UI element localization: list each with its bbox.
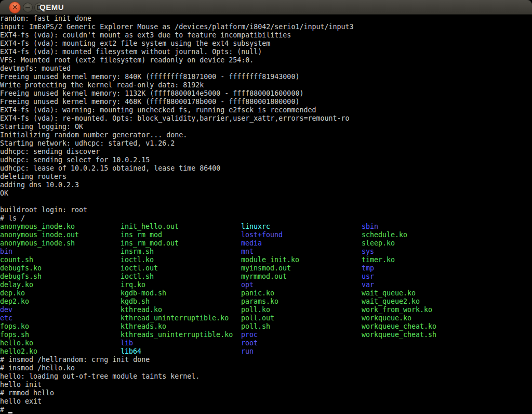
console-line: hello init	[0, 381, 532, 389]
console-line: # insmod /hellrandom: crng init done	[0, 356, 532, 364]
file-entry-exec: module_init.ko	[241, 256, 362, 264]
file-entry-exec: wait_queue2.ko	[362, 297, 420, 306]
file-entry-exec: ioctl.out	[121, 264, 241, 273]
console-line: Freeing unused kernel memory: 840K (ffff…	[0, 73, 532, 81]
file-entry-exec: params.ko	[241, 297, 362, 306]
console-line: adding dns 10.0.2.3	[0, 181, 532, 189]
ls-output-row: hello.kolibroot	[0, 339, 532, 347]
minimize-icon	[25, 7, 30, 8]
terminal-cursor	[8, 406, 12, 414]
window-title: QEMU	[39, 0, 64, 15]
console-line: EXT4-fs (vda): mounted filesystem withou…	[0, 48, 532, 56]
console-line: Freeing unused kernel memory: 1132K (fff…	[0, 89, 532, 98]
file-entry-exec: kthread.ko	[121, 306, 241, 314]
console-line: deleting routers	[0, 173, 532, 181]
console-line: buildroot login: root	[0, 206, 532, 214]
file-entry-exec: panic.ko	[241, 289, 362, 297]
ls-output-row: etckthread_uninterruptible.kopoll.outwor…	[0, 314, 532, 322]
console-line	[0, 198, 532, 206]
ls-output-row: fops.kokthreads.kopoll.shworkqueue_cheat…	[0, 322, 532, 331]
file-entry-dir: lost+found	[241, 231, 362, 239]
file-entry-exec: ins_rm_mod	[121, 231, 241, 239]
file-entry-dir: dev	[0, 306, 121, 314]
file-entry-exec: myinsmod.out	[241, 264, 362, 273]
file-entry-link: lib64	[121, 347, 241, 356]
file-entry-dir: sbin	[362, 223, 378, 231]
file-entry-dir: var	[362, 281, 374, 289]
file-entry-exec: anonymous_inode.ko	[0, 223, 121, 231]
file-entry-exec: anonymous_inode.sh	[0, 239, 121, 248]
file-entry-exec: ioctl.ko	[121, 256, 241, 264]
ls-output-row: delay.koirq.kooptvar	[0, 281, 532, 289]
terminal-screen[interactable]: random: fast init doneinput: ImExPS/2 Ge…	[0, 15, 532, 414]
file-entry-exec: fops.sh	[0, 331, 121, 339]
file-entry-dir: mnt	[241, 248, 362, 256]
file-entry-exec: debugfs.ko	[0, 264, 121, 273]
file-entry-dir: run	[241, 347, 254, 356]
file-entry-dir: usr	[362, 273, 374, 281]
console-line: udhcpc: lease of 10.0.2.15 obtained, lea…	[0, 164, 532, 173]
console-line: random: fast init done	[0, 15, 532, 23]
window-titlebar[interactable]: ✕ QEMU	[0, 0, 532, 15]
file-entry-exec: wait_queue.ko	[362, 289, 416, 297]
minimize-button[interactable]	[23, 3, 33, 12]
file-entry-exec: sleep.ko	[362, 239, 395, 248]
file-entry-exec: dep2.ko	[0, 297, 121, 306]
console-line: EXT4-fs (vda): warning: mounting uncheck…	[0, 106, 532, 114]
file-entry-exec: myrmmod.out	[241, 273, 362, 281]
file-entry-exec: kgdb.sh	[121, 297, 241, 306]
file-entry-dir: tmp	[362, 264, 374, 273]
file-entry-exec: work_from_work.ko	[362, 306, 432, 314]
file-entry-dir: media	[241, 239, 362, 248]
console-line: VFS: Mounted root (ext2 filesystem) read…	[0, 56, 532, 64]
console-line: udhcpc: sending select for 10.0.2.15	[0, 156, 532, 164]
console-line: hello exit	[0, 397, 532, 406]
console-line: # ls /	[0, 214, 532, 223]
file-entry-exec: timer.ko	[362, 256, 395, 264]
console-line: input: ImExPS/2 Generic Explorer Mouse a…	[0, 23, 532, 31]
console-line: Starting logging: OK	[0, 123, 532, 131]
file-entry-exec: fops.ko	[0, 322, 121, 331]
file-entry-exec: hello.ko	[0, 339, 121, 347]
file-entry-exec: kthreads_uninterruptible.ko	[121, 331, 241, 339]
file-entry-exec: workqueue.ko	[362, 314, 411, 322]
ls-output-row: debugfs.shioctl.shmyrmmod.outusr	[0, 273, 532, 281]
file-entry-exec: init_hello.out	[121, 223, 241, 231]
ls-output-row: anonymous_inode.outins_rm_modlost+founds…	[0, 231, 532, 239]
file-entry-exec: ins_rm_mod.out	[121, 239, 241, 248]
close-icon: ✕	[9, 2, 20, 13]
file-entry-exec: poll.ko	[241, 306, 362, 314]
ls-output-row: hello2.kolib64run	[0, 347, 532, 356]
file-entry-dir: proc	[241, 331, 362, 339]
file-entry-exec: kthreads.ko	[121, 322, 241, 331]
console-line: OK	[0, 189, 532, 198]
file-entry-exec: workqueue_cheat.ko	[362, 322, 436, 331]
console-line: EXT4-fs (vda): re-mounted. Opts: block_v…	[0, 114, 532, 123]
file-entry-exec: ioctl.sh	[121, 273, 241, 281]
file-entry-exec: poll.sh	[241, 322, 362, 331]
file-entry-exec: hello2.ko	[0, 347, 121, 356]
close-button[interactable]: ✕	[9, 2, 21, 14]
file-entry-exec: dep.ko	[0, 289, 121, 297]
console-line: EXT4-fs (vda): couldn't mount as ext3 du…	[0, 31, 532, 40]
console-line: # rmmod hello	[0, 389, 532, 397]
console-line: Starting network: udhcpc: started, v1.26…	[0, 139, 532, 148]
file-entry-exec: delay.ko	[0, 281, 121, 289]
ls-output-row: dep.kokgdb-mod.shpanic.kowait_queue.ko	[0, 289, 532, 297]
file-entry-exec: schedule.ko	[362, 231, 407, 239]
ls-output-row: bininsrm.shmntsys	[0, 248, 532, 256]
file-entry-dir: lib	[121, 339, 241, 347]
console-line: udhcpc: sending discover	[0, 148, 532, 156]
file-entry-exec: debugfs.sh	[0, 273, 121, 281]
ls-output-row: dep2.kokgdb.shparams.kowait_queue2.ko	[0, 297, 532, 306]
ls-output-row: count.shioctl.komodule_init.kotimer.ko	[0, 256, 532, 264]
file-entry-dir: sys	[362, 248, 374, 256]
console-line: devtmpfs: mounted	[0, 64, 532, 73]
console-line: EXT4-fs (vda): mounting ext2 file system…	[0, 40, 532, 48]
console-line: Write protecting the kernel read-only da…	[0, 81, 532, 89]
console-line: #	[0, 406, 532, 414]
file-entry-dir: opt	[241, 281, 362, 289]
console-line: Freeing unused kernel memory: 468K (ffff…	[0, 98, 532, 106]
file-entry-exec: kthread_uninterruptible.ko	[121, 314, 241, 322]
file-entry-dir: root	[241, 339, 258, 347]
